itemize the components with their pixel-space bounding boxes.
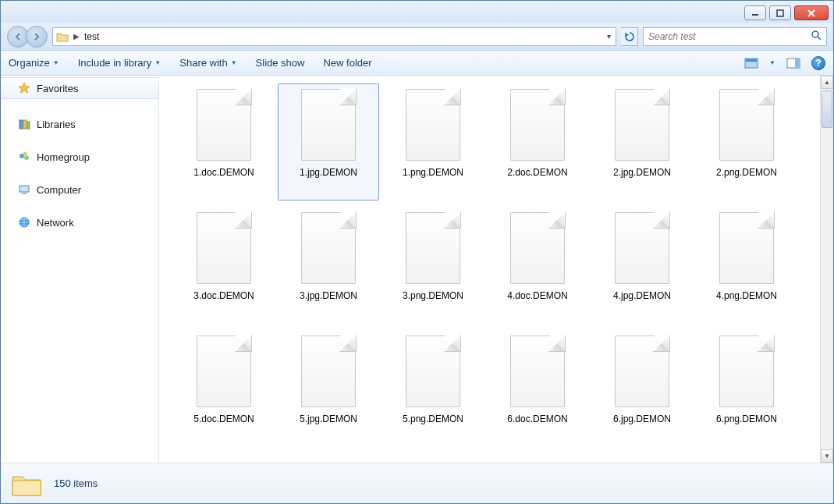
sidebar-item-network[interactable]: Network (1, 211, 158, 233)
svg-point-14 (24, 155, 29, 160)
chevron-down-icon: ▼ (154, 59, 161, 66)
file-item[interactable]: 1.jpg.DEMON (278, 83, 379, 201)
vertical-scrollbar[interactable]: ▲ ▼ (820, 76, 833, 463)
file-label: 3.png.DEMON (403, 290, 463, 301)
chevron-down-icon: ▼ (231, 59, 237, 66)
sidebar-item-homegroup[interactable]: Homegroup (1, 146, 158, 168)
file-icon (406, 335, 460, 407)
file-item[interactable]: 4.jpg.DEMON (591, 207, 693, 324)
sidebar-item-favorites[interactable]: Favorites (1, 77, 158, 99)
file-item[interactable]: 5.doc.DEMON (173, 330, 275, 447)
file-item[interactable]: 3.doc.DEMON (173, 207, 275, 324)
file-icon (406, 212, 460, 284)
sidebar-item-computer[interactable]: Computer (1, 179, 158, 201)
file-label: 1.jpg.DEMON (300, 167, 357, 178)
file-label: 6.jpg.DEMON (613, 413, 671, 424)
file-icon (301, 89, 356, 161)
file-item[interactable]: 2.png.DEMON (696, 83, 797, 201)
file-item[interactable]: 2.jpg.DEMON (591, 83, 693, 201)
file-item[interactable]: 6.doc.DEMON (487, 330, 588, 447)
file-icon (719, 89, 774, 161)
nav-row: ▶ test ▾ (1, 23, 833, 51)
toolbar-label: Include in library (78, 57, 152, 69)
breadcrumb-folder[interactable]: test (84, 31, 99, 42)
scroll-up-button[interactable]: ▲ (821, 76, 833, 89)
file-label: 1.doc.DEMON (193, 167, 254, 178)
preview-pane-button[interactable] (785, 55, 802, 71)
file-item[interactable]: 5.jpg.DEMON (278, 330, 379, 447)
svg-rect-12 (27, 122, 30, 129)
file-icon (406, 89, 460, 161)
file-icon (719, 335, 774, 407)
file-item[interactable]: 4.png.DEMON (696, 207, 797, 324)
sidebar-item-label: Computer (37, 184, 81, 196)
file-item[interactable]: 5.png.DEMON (382, 330, 484, 447)
scroll-track[interactable] (821, 89, 833, 449)
svg-rect-10 (20, 120, 23, 129)
refresh-button[interactable] (621, 27, 638, 46)
sidebar-item-libraries[interactable]: Libraries (1, 113, 158, 135)
file-label: 5.png.DEMON (403, 413, 463, 424)
svg-rect-17 (22, 193, 27, 194)
file-item[interactable]: 6.png.DEMON (696, 330, 797, 447)
file-item[interactable]: 3.png.DEMON (382, 207, 484, 324)
breadcrumb-separator-icon[interactable]: ▶ (73, 32, 80, 41)
toolbar-label: Slide show (256, 57, 305, 69)
file-icon (197, 212, 251, 284)
file-label: 3.jpg.DEMON (300, 290, 357, 301)
file-item[interactable]: 4.doc.DEMON (487, 207, 588, 324)
libraries-icon (18, 118, 30, 130)
file-grid: 1.doc.DEMON1.jpg.DEMON1.png.DEMON2.doc.D… (173, 83, 814, 447)
svg-rect-7 (746, 59, 757, 62)
scroll-down-button[interactable]: ▼ (821, 449, 833, 463)
address-dropdown-icon[interactable]: ▾ (604, 32, 614, 41)
close-button[interactable] (794, 5, 829, 20)
sidebar-item-label: Libraries (37, 119, 76, 130)
svg-rect-9 (795, 59, 800, 68)
file-item[interactable]: 6.jpg.DEMON (591, 330, 693, 447)
svg-line-5 (818, 37, 821, 40)
toolbar-include-library[interactable]: Include in library▼ (78, 57, 161, 69)
file-label: 6.png.DEMON (716, 413, 777, 424)
file-icon (510, 212, 565, 284)
file-label: 2.doc.DEMON (507, 167, 567, 178)
file-item[interactable]: 2.doc.DEMON (487, 83, 588, 201)
body: Favorites Libraries Homegroup Computer (1, 76, 833, 463)
toolbar-right: ▼ ? (743, 55, 825, 71)
nav-forward-button[interactable] (26, 26, 48, 48)
toolbar-organize[interactable]: Organize▼ (9, 57, 59, 69)
search-input[interactable] (648, 31, 811, 42)
file-item[interactable]: 1.doc.DEMON (173, 83, 275, 201)
address-bar[interactable]: ▶ test ▾ (52, 27, 616, 46)
svg-point-15 (23, 152, 27, 156)
scroll-thumb[interactable] (822, 91, 832, 128)
file-icon (615, 335, 669, 407)
file-icon (197, 89, 251, 161)
toolbar-share-with[interactable]: Share with▼ (179, 57, 236, 69)
maximize-button[interactable] (769, 5, 791, 20)
file-icon (719, 212, 774, 284)
toolbar-new-folder[interactable]: New folder (323, 57, 371, 69)
sidebar-item-label: Homegroup (37, 151, 90, 163)
homegroup-icon (18, 151, 30, 163)
chevron-down-icon[interactable]: ▼ (769, 59, 775, 66)
sidebar-item-label: Network (37, 217, 74, 229)
file-label: 6.doc.DEMON (507, 413, 567, 424)
search-icon[interactable] (811, 30, 822, 44)
file-item[interactable]: 3.jpg.DEMON (278, 207, 379, 324)
view-options-button[interactable] (743, 55, 760, 71)
file-label: 4.jpg.DEMON (613, 290, 671, 301)
file-item[interactable]: 1.png.DEMON (382, 83, 484, 201)
file-icon (510, 335, 565, 407)
minimize-button[interactable] (744, 5, 766, 20)
search-box[interactable] (643, 27, 827, 46)
file-label: 2.jpg.DEMON (613, 167, 671, 178)
file-pane[interactable]: 1.doc.DEMON1.jpg.DEMON1.png.DEMON2.doc.D… (159, 76, 820, 463)
svg-point-4 (812, 31, 818, 37)
file-label: 5.doc.DEMON (193, 413, 254, 424)
chevron-down-icon: ▼ (53, 59, 59, 66)
toolbar-slide-show[interactable]: Slide show (256, 57, 305, 69)
help-button[interactable]: ? (811, 56, 825, 70)
toolbar-label: Organize (9, 57, 50, 69)
sidebar: Favorites Libraries Homegroup Computer (1, 76, 159, 463)
